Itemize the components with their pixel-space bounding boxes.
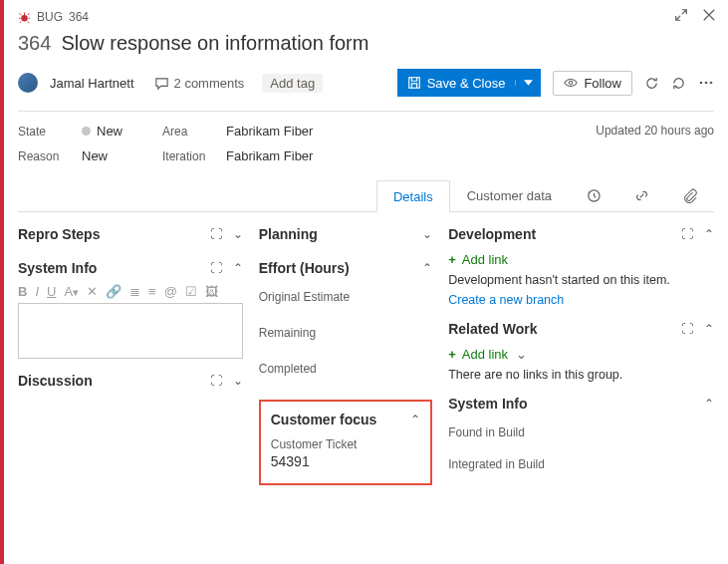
remaining-label[interactable]: Remaining — [259, 326, 432, 340]
bold-icon[interactable]: B — [18, 284, 27, 299]
plus-icon: + — [448, 252, 456, 267]
iteration-value[interactable]: Fabrikam Fiber — [226, 148, 313, 163]
area-label: Area — [162, 125, 208, 139]
comment-icon — [154, 76, 169, 91]
work-item-title[interactable]: Slow response on information form — [61, 32, 368, 55]
dev-message: Development hasn't started on this item. — [448, 273, 714, 287]
plus-icon: + — [448, 347, 456, 362]
bullet-list-icon[interactable]: ≣ — [129, 284, 140, 299]
breadcrumb-type: BUG — [37, 10, 63, 24]
breadcrumb-id: 364 — [69, 10, 89, 24]
maximize-icon[interactable]: ⛶ — [210, 374, 223, 388]
updated-timestamp: Updated 20 hours ago — [596, 124, 714, 138]
font-color-icon[interactable]: A▾ — [64, 284, 79, 299]
tab-history-icon[interactable] — [569, 179, 617, 211]
bug-icon — [18, 11, 31, 24]
underline-icon[interactable]: U — [47, 284, 56, 299]
chevron-down-icon[interactable]: ⌄ — [233, 374, 243, 388]
integrated-in-build-label[interactable]: Integrated in Build — [448, 457, 714, 471]
create-branch-link[interactable]: Create a new branch — [448, 293, 714, 307]
right-sysinfo-header: System Info — [448, 396, 527, 412]
follow-button[interactable]: Follow — [553, 71, 632, 96]
chevron-up-icon[interactable]: ⌃ — [410, 413, 420, 426]
system-info-header: System Info — [18, 260, 97, 276]
chevron-up-icon[interactable]: ⌃ — [233, 261, 243, 275]
original-estimate-label[interactable]: Original Estimate — [259, 290, 432, 304]
svg-rect-1 — [408, 78, 419, 89]
clear-format-icon[interactable]: ✕ — [87, 284, 98, 299]
tab-customer-data[interactable]: Customer data — [450, 179, 569, 211]
close-icon[interactable] — [702, 8, 716, 22]
state-dot-icon — [82, 127, 91, 136]
comments-count: 2 comments — [174, 76, 245, 91]
more-actions-icon[interactable] — [698, 75, 714, 91]
related-add-link[interactable]: +Add link⌄ — [448, 347, 714, 362]
svg-point-3 — [700, 82, 703, 85]
reason-label: Reason — [18, 149, 64, 163]
chevron-down-icon[interactable]: ⌄ — [422, 227, 432, 241]
tab-details[interactable]: Details — [376, 180, 450, 212]
number-list-icon[interactable]: ≡ — [148, 284, 156, 299]
svg-point-5 — [710, 82, 713, 85]
save-close-button[interactable]: Save & Close — [397, 69, 542, 97]
system-info-editor[interactable] — [18, 303, 243, 359]
mention-icon[interactable]: @ — [164, 284, 177, 299]
undo-icon[interactable] — [671, 76, 686, 91]
chevron-up-icon[interactable]: ⌃ — [704, 322, 714, 336]
svg-point-0 — [21, 15, 28, 22]
chevron-up-icon[interactable]: ⌃ — [422, 261, 432, 275]
development-header: Development — [448, 226, 536, 242]
dev-add-link[interactable]: +Add link — [448, 252, 714, 267]
effort-header: Effort (Hours) — [259, 260, 350, 276]
chevron-up-icon[interactable]: ⌃ — [704, 227, 714, 241]
breadcrumb: BUG 364 — [18, 10, 714, 24]
chevron-down-icon: ⌄ — [516, 347, 527, 362]
found-in-build-label[interactable]: Found in Build — [448, 425, 714, 439]
related-empty: There are no links in this group. — [448, 368, 714, 382]
add-tag-button[interactable]: Add tag — [262, 74, 323, 93]
customer-ticket-label: Customer Ticket — [271, 437, 420, 451]
tab-links-icon[interactable] — [617, 179, 666, 211]
completed-label[interactable]: Completed — [259, 362, 432, 376]
state-label: State — [18, 125, 64, 139]
customer-ticket-value[interactable]: 54391 — [271, 453, 420, 469]
work-item-id: 364 — [18, 32, 51, 55]
checklist-icon[interactable]: ☑ — [185, 284, 197, 299]
save-dropdown[interactable] — [515, 80, 541, 86]
save-icon — [407, 76, 421, 90]
reason-value[interactable]: New — [82, 148, 108, 163]
tab-attachments-icon[interactable] — [666, 179, 714, 211]
chevron-up-icon[interactable]: ⌃ — [704, 397, 714, 411]
svg-point-2 — [570, 81, 574, 85]
link-rte-icon[interactable]: 🔗 — [106, 284, 121, 299]
maximize-icon[interactable]: ⛶ — [210, 227, 223, 241]
maximize-icon[interactable]: ⛶ — [681, 227, 694, 241]
comments-link[interactable]: 2 comments — [154, 76, 245, 91]
discussion-header: Discussion — [18, 373, 93, 389]
customer-focus-highlight: Customer focus ⌃ Customer Ticket 54391 — [259, 400, 432, 485]
iteration-label: Iteration — [162, 149, 208, 163]
follow-label: Follow — [584, 76, 621, 91]
customer-focus-header: Customer focus — [271, 412, 377, 427]
maximize-icon[interactable]: ⛶ — [681, 322, 694, 336]
svg-point-4 — [705, 82, 708, 85]
assignee-name[interactable]: Jamal Hartnett — [50, 76, 134, 91]
refresh-icon[interactable] — [644, 76, 659, 91]
save-label: Save & Close — [427, 76, 506, 91]
state-value[interactable]: New — [82, 124, 122, 139]
image-icon[interactable]: 🖼 — [205, 284, 218, 299]
maximize-icon[interactable]: ⛶ — [210, 261, 223, 275]
chevron-down-icon[interactable]: ⌄ — [233, 227, 243, 241]
area-value[interactable]: Fabrikam Fiber — [226, 124, 313, 139]
related-work-header: Related Work — [448, 321, 537, 337]
avatar[interactable] — [18, 73, 38, 93]
italic-icon[interactable]: I — [35, 284, 39, 299]
expand-diagonal-icon[interactable] — [674, 8, 688, 22]
planning-header: Planning — [259, 226, 318, 242]
rte-toolbar: B I U A▾ ✕ 🔗 ≣ ≡ @ ☑ 🖼 — [18, 284, 243, 299]
follow-icon — [564, 78, 578, 88]
repro-steps-header: Repro Steps — [18, 226, 100, 242]
